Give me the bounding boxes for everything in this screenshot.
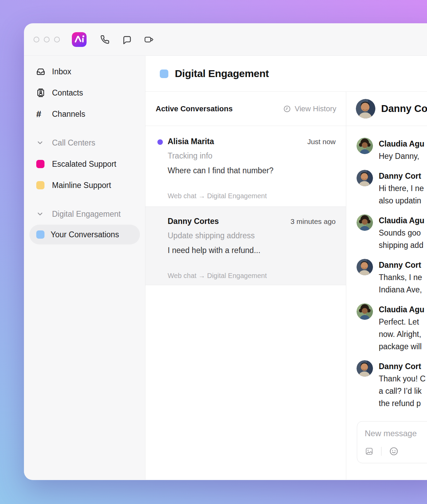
aircall-logo — [72, 32, 87, 47]
avatar — [357, 303, 373, 320]
window-control-close[interactable] — [34, 37, 39, 42]
sidebar-item-label: Mainline Support — [52, 181, 111, 190]
message: Danny Cort Thanks, I neIndiana Ave, — [357, 259, 427, 296]
avatar — [357, 214, 373, 231]
message: Claudia Agu Perfect. Letnow. Alright,pac… — [357, 303, 427, 353]
list-header: Active Conversations View History — [145, 92, 346, 126]
sidebar-item-inbox[interactable]: Inbox — [24, 61, 145, 82]
message-line: now. Alright, — [379, 328, 424, 340]
section-digital-engagement[interactable]: Digital Engagement — [24, 203, 145, 225]
section-label: Call Centers — [52, 138, 95, 148]
message: Claudia Agu Sounds gooshipping add — [357, 214, 427, 251]
message-author: Claudia Agu — [379, 214, 424, 227]
message-line: Thanks, I ne — [379, 271, 422, 284]
message-composer — [357, 421, 427, 463]
sidebar-item-escalated-support[interactable]: Escalated Support — [24, 153, 145, 175]
conversation-preview: I need help with a refund... — [168, 245, 336, 255]
queue-color-swatch — [36, 181, 44, 189]
conversation-list-panel: Active Conversations View History — [145, 92, 346, 480]
chat-panel: Danny Co Claudia Agu Hey Danny, — [346, 92, 427, 480]
sidebar-item-mainline-support[interactable]: Mainline Support — [24, 175, 145, 196]
desktop-background: { "brand": { "logo_text": "Ai", "logo_gr… — [0, 0, 427, 504]
chat-header: Danny Co — [346, 92, 427, 126]
message-line: Sounds goo — [379, 227, 424, 239]
avatar — [357, 138, 373, 154]
composer-toolbar — [365, 446, 427, 456]
chat-icon[interactable] — [122, 35, 131, 44]
section-call-centers[interactable]: Call Centers — [24, 132, 145, 153]
avatar — [357, 360, 373, 377]
page-title: Digital Engagement — [175, 68, 269, 79]
message-author: Danny Cort — [379, 170, 424, 182]
message-author: Danny Cort — [379, 360, 426, 373]
message-text: Thanks, I neIndiana Ave, — [379, 271, 422, 296]
sidebar-item-your-conversations[interactable]: Your Conversations — [29, 225, 140, 244]
message-line: the refund p — [379, 397, 426, 410]
conversation-item[interactable]: Alisia Marita Just now Tracking info Whe… — [145, 126, 346, 206]
message: Claudia Agu Hey Danny, — [357, 138, 427, 162]
section-label: Digital Engagement — [52, 210, 121, 219]
conversation-route: Web chat → Digital Engagement — [168, 192, 336, 200]
message-text: Thank you! Ca call? I’d likthe refund p — [379, 373, 426, 410]
conversation-route: Web chat → Digital Engagement — [168, 272, 336, 280]
conversation-subject: Update shipping address — [168, 230, 336, 241]
message-list: Claudia Agu Hey Danny, Danny Cort — [346, 126, 427, 421]
sidebar-item-label: Contacts — [52, 88, 83, 98]
chevron-down-icon — [36, 210, 46, 218]
new-message-input[interactable] — [365, 429, 427, 438]
app-window: Inbox Contacts # Channels — [24, 23, 427, 480]
sidebar-item-label: Your Conversations — [51, 230, 119, 239]
toolbar-divider — [381, 447, 381, 456]
conversation-preview: Where can I find that number? — [168, 165, 336, 176]
clock-icon — [283, 105, 291, 113]
message-line: Perfect. Let — [379, 316, 424, 328]
message-text: Sounds gooshipping add — [379, 227, 424, 251]
queue-color-swatch — [36, 160, 44, 168]
avatar — [357, 259, 373, 275]
message-line: Hey Danny, — [379, 150, 424, 162]
queue-color-swatch — [36, 230, 44, 239]
message: Danny Cort Hi there, I nealso updatin — [357, 170, 427, 207]
window-titlebar — [24, 23, 427, 56]
view-history-button[interactable]: View History — [283, 104, 336, 113]
video-icon[interactable] — [144, 35, 154, 44]
window-control-zoom[interactable] — [54, 37, 60, 42]
contacts-icon — [36, 88, 46, 97]
message-author: Claudia Agu — [379, 303, 424, 316]
inbox-icon — [36, 67, 46, 76]
sidebar: Inbox Contacts # Channels — [24, 56, 145, 480]
sidebar-item-contacts[interactable]: Contacts — [24, 82, 145, 103]
conversation-subject: Tracking info — [168, 151, 336, 161]
page-header: Digital Engagement — [145, 56, 427, 92]
message-text: Hi there, I nealso updatin — [379, 182, 424, 207]
phone-icon[interactable] — [100, 35, 109, 44]
conversation-name: Alisia Marita — [168, 136, 214, 147]
conversation-item[interactable]: Danny Cortes 3 minutes ago Update shippi… — [145, 206, 346, 285]
emoji-icon[interactable] — [389, 446, 399, 456]
window-control-minimize[interactable] — [44, 37, 50, 42]
chevron-down-icon — [36, 139, 46, 147]
message-line: also updatin — [379, 194, 424, 207]
message-line: shipping add — [379, 239, 424, 251]
message-line: package will — [379, 340, 424, 353]
conversation-time: 3 minutes ago — [290, 216, 336, 227]
message-line: a call? I’d lik — [379, 385, 426, 397]
attach-image-icon[interactable] — [365, 447, 374, 456]
message-author: Danny Cort — [379, 259, 422, 271]
message-text: Perfect. Letnow. Alright,package will — [379, 316, 424, 353]
sidebar-item-label: Inbox — [52, 67, 71, 76]
content-area: Digital Engagement Active Conversations — [145, 56, 427, 480]
sidebar-item-channels[interactable]: # Channels — [24, 103, 145, 125]
sidebar-item-label: Channels — [52, 110, 85, 119]
message: Danny Cort Thank you! Ca call? I’d likth… — [357, 360, 427, 410]
main-row: Inbox Contacts # Channels — [24, 56, 427, 480]
message-line: Thank you! C — [379, 373, 426, 385]
chat-contact-name: Danny Co — [381, 103, 427, 114]
message-line: Hi there, I ne — [379, 182, 424, 194]
hash-icon: # — [36, 110, 46, 118]
unread-dot — [157, 139, 163, 145]
conversation-name: Danny Cortes — [168, 216, 219, 226]
sidebar-item-label: Escalated Support — [52, 160, 116, 169]
avatar — [357, 170, 373, 186]
conversation-time: Just now — [307, 137, 336, 147]
